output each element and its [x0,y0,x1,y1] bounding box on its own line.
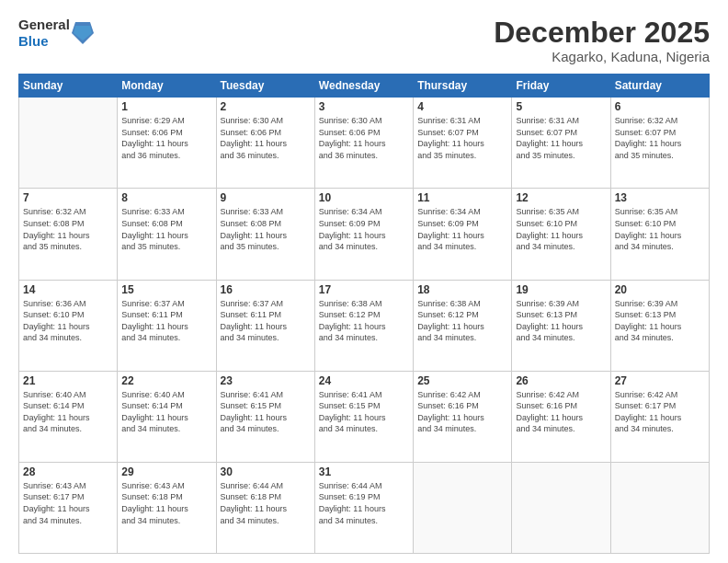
logo: General Blue [18,17,94,50]
cell-info: Sunrise: 6:39 AMSunset: 6:13 PMDaylight:… [516,299,583,343]
logo-general: General [18,17,70,32]
day-number: 25 [417,374,507,387]
calendar-cell: 21Sunrise: 6:40 AMSunset: 6:14 PMDayligh… [19,371,118,462]
day-number: 14 [23,283,113,296]
cell-info: Sunrise: 6:30 AMSunset: 6:06 PMDaylight:… [319,116,386,160]
calendar-cell: 8Sunrise: 6:33 AMSunset: 6:08 PMDaylight… [118,189,216,280]
day-number: 17 [319,283,409,296]
calendar-cell: 27Sunrise: 6:42 AMSunset: 6:17 PMDayligh… [610,371,709,462]
calendar-cell: 3Sunrise: 6:30 AMSunset: 6:06 PMDaylight… [314,98,413,189]
calendar-cell: 19Sunrise: 6:39 AMSunset: 6:13 PMDayligh… [512,280,610,371]
day-number: 3 [319,100,409,113]
cell-info: Sunrise: 6:44 AMSunset: 6:19 PMDaylight:… [319,481,386,525]
day-number: 20 [615,283,705,296]
calendar-cell: 4Sunrise: 6:31 AMSunset: 6:07 PMDaylight… [414,98,512,189]
day-number: 1 [121,100,211,113]
day-number: 27 [615,374,705,387]
day-number: 15 [121,283,211,296]
cell-info: Sunrise: 6:32 AMSunset: 6:07 PMDaylight:… [615,116,682,160]
cell-info: Sunrise: 6:42 AMSunset: 6:16 PMDaylight:… [516,390,583,434]
calendar-cell: 6Sunrise: 6:32 AMSunset: 6:07 PMDaylight… [610,98,709,189]
calendar-table: Sunday Monday Tuesday Wednesday Thursday… [18,74,710,554]
day-number: 4 [417,100,507,113]
logo-text: General Blue [18,17,70,50]
cell-info: Sunrise: 6:37 AMSunset: 6:11 PMDaylight:… [121,299,188,343]
day-number: 16 [221,283,311,296]
calendar-cell: 28Sunrise: 6:43 AMSunset: 6:17 PMDayligh… [19,462,118,553]
calendar-cell: 31Sunrise: 6:44 AMSunset: 6:19 PMDayligh… [314,462,413,553]
day-number: 10 [319,191,409,204]
day-number: 31 [319,465,409,478]
calendar-cell: 22Sunrise: 6:40 AMSunset: 6:14 PMDayligh… [118,371,216,462]
cell-info: Sunrise: 6:40 AMSunset: 6:14 PMDaylight:… [23,390,90,434]
col-sunday: Sunday [19,75,118,98]
calendar-cell [19,98,118,189]
calendar-cell: 13Sunrise: 6:35 AMSunset: 6:10 PMDayligh… [610,189,709,280]
cell-info: Sunrise: 6:34 AMSunset: 6:09 PMDaylight:… [319,207,386,251]
col-monday: Monday [118,75,216,98]
calendar-cell: 20Sunrise: 6:39 AMSunset: 6:13 PMDayligh… [610,280,709,371]
calendar-cell: 7Sunrise: 6:32 AMSunset: 6:08 PMDaylight… [19,189,118,280]
day-number: 19 [516,283,606,296]
day-number: 13 [615,191,705,204]
cell-info: Sunrise: 6:29 AMSunset: 6:06 PMDaylight:… [121,116,188,160]
calendar-cell: 26Sunrise: 6:42 AMSunset: 6:16 PMDayligh… [512,371,610,462]
day-number: 23 [221,374,311,387]
day-number: 26 [516,374,606,387]
header: General Blue December 2025 Kagarko, Kadu… [18,17,710,64]
calendar-cell: 11Sunrise: 6:34 AMSunset: 6:09 PMDayligh… [414,189,512,280]
cell-info: Sunrise: 6:35 AMSunset: 6:10 PMDaylight:… [615,207,682,251]
cell-info: Sunrise: 6:35 AMSunset: 6:10 PMDaylight:… [516,207,583,251]
calendar-cell: 29Sunrise: 6:43 AMSunset: 6:18 PMDayligh… [118,462,216,553]
calendar-header: Sunday Monday Tuesday Wednesday Thursday… [19,75,710,98]
day-number: 5 [516,100,606,113]
svg-marker-1 [74,26,92,40]
calendar-cell: 18Sunrise: 6:38 AMSunset: 6:12 PMDayligh… [414,280,512,371]
calendar-cell: 5Sunrise: 6:31 AMSunset: 6:07 PMDaylight… [512,98,610,189]
calendar-cell: 14Sunrise: 6:36 AMSunset: 6:10 PMDayligh… [19,280,118,371]
calendar-cell: 23Sunrise: 6:41 AMSunset: 6:15 PMDayligh… [216,371,314,462]
day-number: 28 [23,465,113,478]
page: General Blue December 2025 Kagarko, Kadu… [0,0,728,563]
calendar-cell: 12Sunrise: 6:35 AMSunset: 6:10 PMDayligh… [512,189,610,280]
calendar-week-1: 1Sunrise: 6:29 AMSunset: 6:06 PMDaylight… [19,98,710,189]
day-number: 24 [319,374,409,387]
calendar-cell: 16Sunrise: 6:37 AMSunset: 6:11 PMDayligh… [216,280,314,371]
col-thursday: Thursday [414,75,512,98]
calendar-cell [512,462,610,553]
cell-info: Sunrise: 6:39 AMSunset: 6:13 PMDaylight:… [615,299,682,343]
day-number: 22 [121,374,211,387]
calendar-cell: 9Sunrise: 6:33 AMSunset: 6:08 PMDaylight… [216,189,314,280]
day-number: 18 [417,283,507,296]
day-number: 12 [516,191,606,204]
calendar-cell [414,462,512,553]
col-saturday: Saturday [610,75,709,98]
location: Kagarko, Kaduna, Nigeria [494,49,710,64]
cell-info: Sunrise: 6:31 AMSunset: 6:07 PMDaylight:… [516,116,583,160]
day-number: 8 [121,191,211,204]
calendar-cell: 24Sunrise: 6:41 AMSunset: 6:15 PMDayligh… [314,371,413,462]
cell-info: Sunrise: 6:41 AMSunset: 6:15 PMDaylight:… [221,390,288,434]
calendar-cell: 10Sunrise: 6:34 AMSunset: 6:09 PMDayligh… [314,189,413,280]
col-tuesday: Tuesday [216,75,314,98]
day-number: 9 [221,191,311,204]
header-row: Sunday Monday Tuesday Wednesday Thursday… [19,75,710,98]
logo-icon [72,20,94,46]
col-wednesday: Wednesday [314,75,413,98]
day-number: 30 [221,465,311,478]
calendar-body: 1Sunrise: 6:29 AMSunset: 6:06 PMDaylight… [19,98,710,554]
day-number: 7 [23,191,113,204]
cell-info: Sunrise: 6:38 AMSunset: 6:12 PMDaylight:… [417,299,484,343]
col-friday: Friday [512,75,610,98]
calendar-cell: 17Sunrise: 6:38 AMSunset: 6:12 PMDayligh… [314,280,413,371]
calendar-week-3: 14Sunrise: 6:36 AMSunset: 6:10 PMDayligh… [19,280,710,371]
cell-info: Sunrise: 6:40 AMSunset: 6:14 PMDaylight:… [121,390,188,434]
calendar-week-2: 7Sunrise: 6:32 AMSunset: 6:08 PMDaylight… [19,189,710,280]
calendar-week-5: 28Sunrise: 6:43 AMSunset: 6:17 PMDayligh… [19,462,710,553]
cell-info: Sunrise: 6:38 AMSunset: 6:12 PMDaylight:… [319,299,386,343]
cell-info: Sunrise: 6:41 AMSunset: 6:15 PMDaylight:… [319,390,386,434]
cell-info: Sunrise: 6:36 AMSunset: 6:10 PMDaylight:… [23,299,90,343]
cell-info: Sunrise: 6:34 AMSunset: 6:09 PMDaylight:… [417,207,484,251]
logo-blue: Blue [18,33,49,49]
title-block: December 2025 Kagarko, Kaduna, Nigeria [494,17,710,64]
